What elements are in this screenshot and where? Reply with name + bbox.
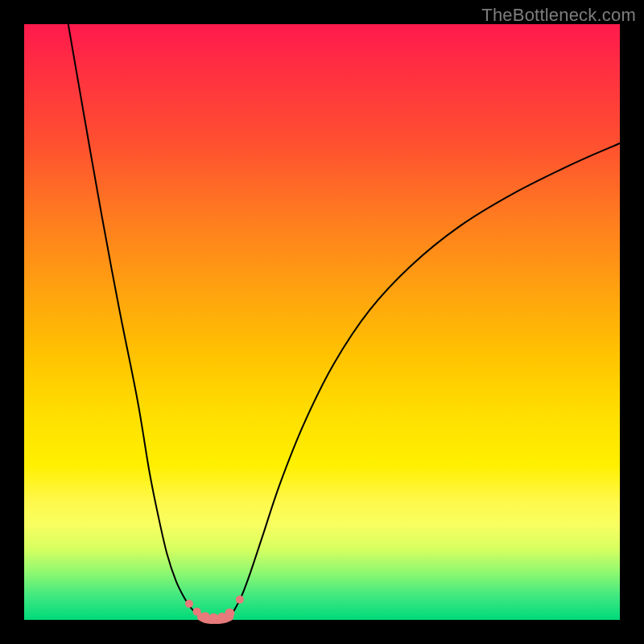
valley-marker — [185, 600, 193, 608]
watermark-text: TheBottleneck.com — [481, 5, 636, 26]
valley-marker — [208, 613, 218, 623]
curve-right-branch — [229, 143, 620, 617]
valley-marker — [225, 609, 234, 618]
valley-marker — [200, 612, 210, 621]
valley-marker — [193, 608, 201, 616]
bottleneck-chart — [0, 0, 644, 644]
curve-left-branch — [68, 24, 201, 617]
valley-marker — [236, 596, 244, 604]
